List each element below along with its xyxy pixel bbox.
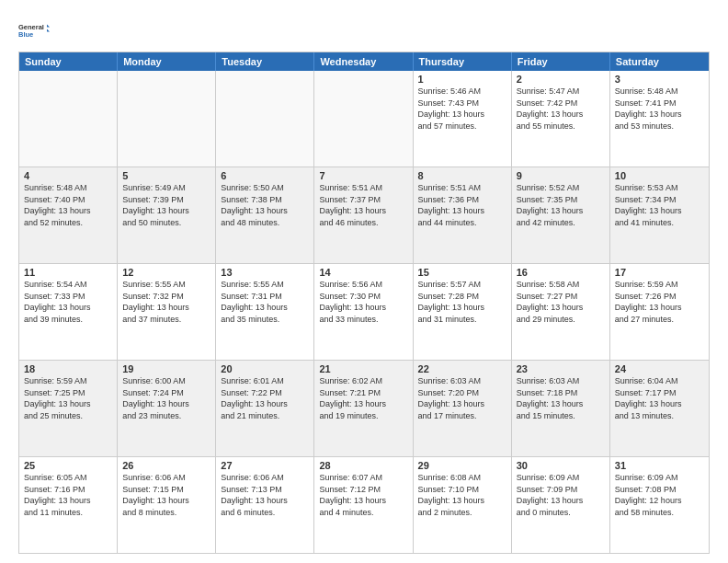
day-cell-28: 28Sunrise: 6:07 AM Sunset: 7:12 PM Dayli… [314, 457, 413, 553]
day-info: Sunrise: 5:54 AM Sunset: 7:33 PM Dayligh… [24, 279, 112, 325]
day-info: Sunrise: 6:01 AM Sunset: 7:22 PM Dayligh… [221, 375, 309, 421]
day-number: 12 [122, 267, 210, 278]
day-info: Sunrise: 6:09 AM Sunset: 7:09 PM Dayligh… [517, 472, 605, 518]
day-number: 5 [122, 170, 210, 181]
day-info: Sunrise: 5:59 AM Sunset: 7:26 PM Dayligh… [615, 279, 704, 325]
day-cell-8: 8Sunrise: 5:51 AM Sunset: 7:36 PM Daylig… [414, 167, 512, 263]
day-number: 26 [122, 460, 210, 471]
day-number: 19 [122, 363, 210, 374]
day-info: Sunrise: 6:04 AM Sunset: 7:17 PM Dayligh… [615, 375, 704, 421]
header: General Blue [18, 15, 710, 46]
day-info: Sunrise: 6:07 AM Sunset: 7:12 PM Dayligh… [319, 472, 407, 518]
day-number: 29 [418, 460, 506, 471]
day-info: Sunrise: 6:02 AM Sunset: 7:21 PM Dayligh… [319, 375, 407, 421]
day-info: Sunrise: 5:48 AM Sunset: 7:40 PM Dayligh… [24, 182, 112, 228]
weekday-header-tuesday: Tuesday [216, 52, 314, 71]
day-number: 1 [418, 74, 506, 85]
day-cell-18: 18Sunrise: 5:59 AM Sunset: 7:25 PM Dayli… [19, 361, 118, 456]
day-info: Sunrise: 6:09 AM Sunset: 7:08 PM Dayligh… [615, 472, 704, 518]
day-number: 13 [221, 267, 309, 278]
day-cell-24: 24Sunrise: 6:04 AM Sunset: 7:17 PM Dayli… [610, 361, 709, 456]
day-info: Sunrise: 5:49 AM Sunset: 7:39 PM Dayligh… [122, 182, 210, 228]
day-number: 23 [517, 363, 605, 374]
day-cell-31: 31Sunrise: 6:09 AM Sunset: 7:08 PM Dayli… [610, 457, 709, 553]
day-cell-20: 20Sunrise: 6:01 AM Sunset: 7:22 PM Dayli… [216, 361, 314, 456]
day-number: 8 [418, 170, 506, 181]
day-number: 20 [221, 363, 309, 374]
day-number: 30 [517, 460, 605, 471]
day-number: 27 [221, 460, 309, 471]
day-cell-10: 10Sunrise: 5:53 AM Sunset: 7:34 PM Dayli… [610, 167, 709, 263]
day-cell-23: 23Sunrise: 6:03 AM Sunset: 7:18 PM Dayli… [512, 361, 610, 456]
weekday-header-friday: Friday [512, 52, 610, 71]
calendar: SundayMondayTuesdayWednesdayThursdayFrid… [18, 52, 710, 554]
day-info: Sunrise: 6:03 AM Sunset: 7:18 PM Dayligh… [517, 375, 605, 421]
empty-cell [314, 71, 413, 167]
logo: General Blue [18, 15, 50, 46]
calendar-header: SundayMondayTuesdayWednesdayThursdayFrid… [19, 52, 709, 71]
day-info: Sunrise: 5:47 AM Sunset: 7:42 PM Dayligh… [517, 86, 605, 132]
day-number: 17 [615, 267, 704, 278]
day-info: Sunrise: 5:50 AM Sunset: 7:38 PM Dayligh… [221, 182, 309, 228]
day-info: Sunrise: 5:48 AM Sunset: 7:41 PM Dayligh… [615, 86, 704, 132]
calendar-row-5: 25Sunrise: 6:05 AM Sunset: 7:16 PM Dayli… [19, 456, 709, 553]
day-info: Sunrise: 5:57 AM Sunset: 7:28 PM Dayligh… [418, 279, 506, 325]
empty-cell [19, 71, 118, 167]
weekday-header-monday: Monday [118, 52, 216, 71]
day-cell-22: 22Sunrise: 6:03 AM Sunset: 7:20 PM Dayli… [414, 361, 512, 456]
day-number: 6 [221, 170, 309, 181]
day-info: Sunrise: 6:06 AM Sunset: 7:15 PM Dayligh… [122, 472, 210, 518]
day-info: Sunrise: 5:51 AM Sunset: 7:37 PM Dayligh… [319, 182, 407, 228]
day-info: Sunrise: 5:58 AM Sunset: 7:27 PM Dayligh… [517, 279, 605, 325]
day-number: 4 [24, 170, 112, 181]
svg-marker-3 [47, 29, 50, 32]
day-number: 25 [24, 460, 112, 471]
day-number: 21 [319, 363, 407, 374]
day-info: Sunrise: 5:56 AM Sunset: 7:30 PM Dayligh… [319, 279, 407, 325]
weekday-header-wednesday: Wednesday [314, 52, 413, 71]
day-cell-14: 14Sunrise: 5:56 AM Sunset: 7:30 PM Dayli… [314, 264, 413, 360]
day-info: Sunrise: 5:51 AM Sunset: 7:36 PM Dayligh… [418, 182, 506, 228]
day-info: Sunrise: 6:06 AM Sunset: 7:13 PM Dayligh… [221, 472, 309, 518]
day-info: Sunrise: 5:53 AM Sunset: 7:34 PM Dayligh… [615, 182, 704, 228]
day-number: 28 [319, 460, 407, 471]
day-number: 9 [517, 170, 605, 181]
day-cell-11: 11Sunrise: 5:54 AM Sunset: 7:33 PM Dayli… [19, 264, 118, 360]
day-cell-27: 27Sunrise: 6:06 AM Sunset: 7:13 PM Dayli… [216, 457, 314, 553]
day-cell-15: 15Sunrise: 5:57 AM Sunset: 7:28 PM Dayli… [414, 264, 512, 360]
day-number: 14 [319, 267, 407, 278]
day-number: 7 [319, 170, 407, 181]
svg-marker-2 [47, 25, 50, 28]
calendar-row-2: 4Sunrise: 5:48 AM Sunset: 7:40 PM Daylig… [19, 167, 709, 263]
day-cell-5: 5Sunrise: 5:49 AM Sunset: 7:39 PM Daylig… [118, 167, 216, 263]
day-info: Sunrise: 6:00 AM Sunset: 7:24 PM Dayligh… [122, 375, 210, 421]
empty-cell [216, 71, 314, 167]
day-cell-17: 17Sunrise: 5:59 AM Sunset: 7:26 PM Dayli… [610, 264, 709, 360]
calendar-body: 1Sunrise: 5:46 AM Sunset: 7:43 PM Daylig… [19, 71, 709, 553]
day-cell-19: 19Sunrise: 6:00 AM Sunset: 7:24 PM Dayli… [118, 361, 216, 456]
day-cell-3: 3Sunrise: 5:48 AM Sunset: 7:41 PM Daylig… [610, 71, 709, 167]
day-cell-29: 29Sunrise: 6:08 AM Sunset: 7:10 PM Dayli… [414, 457, 512, 553]
day-info: Sunrise: 5:52 AM Sunset: 7:35 PM Dayligh… [517, 182, 605, 228]
calendar-row-1: 1Sunrise: 5:46 AM Sunset: 7:43 PM Daylig… [19, 71, 709, 167]
weekday-header-sunday: Sunday [19, 52, 118, 71]
day-number: 10 [615, 170, 704, 181]
day-info: Sunrise: 6:08 AM Sunset: 7:10 PM Dayligh… [418, 472, 506, 518]
day-cell-26: 26Sunrise: 6:06 AM Sunset: 7:15 PM Dayli… [118, 457, 216, 553]
day-cell-9: 9Sunrise: 5:52 AM Sunset: 7:35 PM Daylig… [512, 167, 610, 263]
day-info: Sunrise: 5:55 AM Sunset: 7:32 PM Dayligh… [122, 279, 210, 325]
day-number: 15 [418, 267, 506, 278]
day-number: 11 [24, 267, 112, 278]
day-number: 22 [418, 363, 506, 374]
day-cell-7: 7Sunrise: 5:51 AM Sunset: 7:37 PM Daylig… [314, 167, 413, 263]
calendar-row-3: 11Sunrise: 5:54 AM Sunset: 7:33 PM Dayli… [19, 263, 709, 360]
logo-svg: General Blue [18, 15, 50, 46]
day-number: 16 [517, 267, 605, 278]
empty-cell [118, 71, 216, 167]
day-cell-6: 6Sunrise: 5:50 AM Sunset: 7:38 PM Daylig… [216, 167, 314, 263]
day-number: 3 [615, 74, 704, 85]
calendar-row-4: 18Sunrise: 5:59 AM Sunset: 7:25 PM Dayli… [19, 360, 709, 456]
day-info: Sunrise: 5:59 AM Sunset: 7:25 PM Dayligh… [24, 375, 112, 421]
day-info: Sunrise: 5:55 AM Sunset: 7:31 PM Dayligh… [221, 279, 309, 325]
day-number: 31 [615, 460, 704, 471]
